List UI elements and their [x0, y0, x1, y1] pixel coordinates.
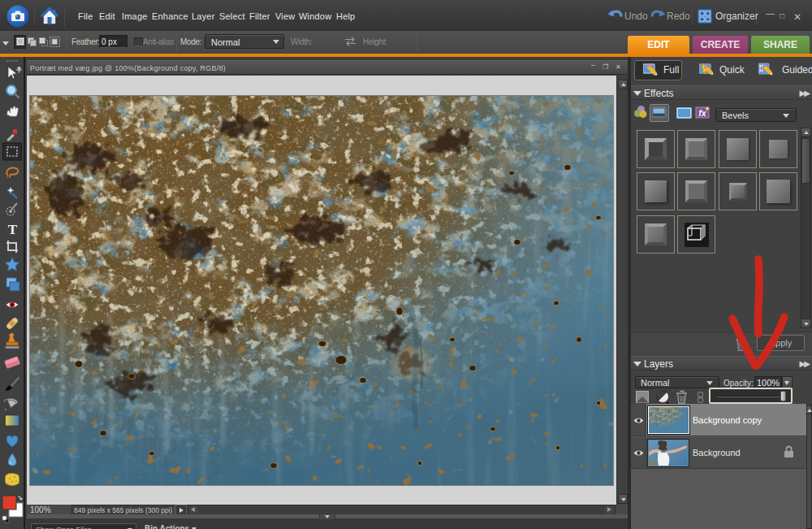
svg-text:T: T [8, 222, 18, 237]
svg-text:fx: fx [699, 109, 706, 118]
